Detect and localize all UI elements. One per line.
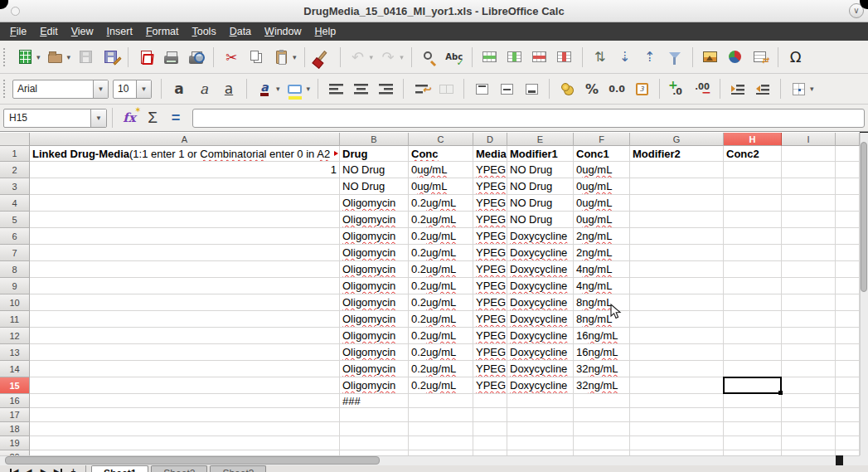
cell-F6[interactable]: 2ng/mL xyxy=(574,228,630,245)
cell-A4[interactable] xyxy=(30,195,340,212)
new-document-dropdown-arrow[interactable]: ▾ xyxy=(36,53,41,61)
sort-button[interactable] xyxy=(588,45,613,70)
chevron-down-icon[interactable]: ▼ xyxy=(93,80,108,98)
cell-C5[interactable]: 0.2ug/mL xyxy=(409,212,473,228)
cell-I16[interactable] xyxy=(782,394,836,408)
cell-C8[interactable]: 0.2ug/mL xyxy=(409,261,473,278)
cell-H1[interactable]: Conc2 xyxy=(724,146,782,162)
cell-F19[interactable] xyxy=(574,436,630,450)
cell-F18[interactable] xyxy=(574,422,630,436)
cell-E4[interactable]: NO Drug xyxy=(507,195,574,212)
align-center-button[interactable] xyxy=(348,76,373,101)
column-header-g[interactable]: G xyxy=(630,133,724,146)
cell-E17[interactable] xyxy=(507,408,574,422)
cell-C17[interactable] xyxy=(409,408,473,422)
column-header-e[interactable]: E xyxy=(507,133,574,146)
cell-J7[interactable] xyxy=(836,245,860,261)
cut-button[interactable] xyxy=(219,45,244,70)
cell-F15[interactable]: 32ng/mL xyxy=(574,377,630,394)
column-header-j[interactable] xyxy=(836,133,860,146)
cell-H17[interactable] xyxy=(724,408,782,422)
cell-H7[interactable] xyxy=(724,245,782,261)
cell-C7[interactable]: 0.2ug/mL xyxy=(409,245,473,261)
cell-I4[interactable] xyxy=(782,195,836,212)
column-header-a[interactable]: A xyxy=(30,133,340,146)
cell-G16[interactable] xyxy=(630,394,724,408)
cell-J15[interactable] xyxy=(836,377,860,394)
cell-H3[interactable] xyxy=(724,178,782,195)
decrease-indent-button[interactable] xyxy=(750,76,775,101)
wrap-text-button[interactable] xyxy=(409,76,434,101)
number-format-button[interactable] xyxy=(604,76,629,101)
cell-F13[interactable]: 16ng/mL xyxy=(574,344,630,361)
cell-B4[interactable]: Oligomycin xyxy=(340,195,409,212)
cell-E3[interactable]: NO Drug xyxy=(507,178,574,195)
menu-edit[interactable]: Edit xyxy=(33,22,65,41)
cell-G3[interactable] xyxy=(630,178,724,195)
cell-G12[interactable] xyxy=(630,328,724,344)
merge-cells-button[interactable] xyxy=(434,76,458,101)
sheet-tab-sheet2[interactable]: Sheet2 xyxy=(151,465,207,472)
column-header-i[interactable]: I xyxy=(782,133,836,146)
cell-F4[interactable]: 0ug/mL xyxy=(574,195,630,212)
row-header-14[interactable]: 14 xyxy=(0,361,30,377)
cell-I3[interactable] xyxy=(782,178,836,195)
horizontal-split-handle[interactable] xyxy=(836,455,843,465)
redo-dropdown-arrow[interactable]: ▾ xyxy=(400,53,404,61)
underline-button[interactable] xyxy=(216,76,241,101)
cell-B14[interactable]: Oligomycin xyxy=(340,361,409,377)
date-button[interactable] xyxy=(629,76,654,101)
cell-cursor[interactable] xyxy=(723,377,782,394)
row-header-4[interactable]: 4 xyxy=(0,195,30,212)
row-header-11[interactable]: 11 xyxy=(0,311,30,328)
cell-A7[interactable] xyxy=(30,245,340,261)
spelling-button[interactable] xyxy=(442,45,467,70)
cell-C11[interactable]: 0.2ug/mL xyxy=(409,311,473,328)
cell-D15[interactable]: YPEG xyxy=(473,377,507,394)
cell-C15[interactable]: 0.2ug/mL xyxy=(409,377,473,394)
cell-J17[interactable] xyxy=(836,408,860,422)
cell-E15[interactable]: Doxycycline xyxy=(507,377,574,394)
menu-insert[interactable]: Insert xyxy=(100,22,139,41)
cell-G13[interactable] xyxy=(630,344,724,361)
cell-H11[interactable] xyxy=(724,311,782,328)
function-wizard-button[interactable]: fx xyxy=(118,107,141,129)
cell-D8[interactable]: YPEG xyxy=(473,261,507,278)
insert-row-button[interactable] xyxy=(478,45,502,70)
cell-F7[interactable]: 2ng/mL xyxy=(574,245,630,261)
cell-G10[interactable] xyxy=(630,294,724,311)
paste-button[interactable]: ▾ xyxy=(269,45,299,70)
cell-J11[interactable] xyxy=(836,311,860,328)
cell-I11[interactable] xyxy=(782,311,836,328)
cell-A2[interactable]: 1 xyxy=(30,162,340,178)
cell-D3[interactable]: YPEG xyxy=(473,178,507,195)
cell-F9[interactable]: 4ng/mL xyxy=(574,278,630,294)
align-right-button[interactable] xyxy=(373,76,398,101)
cell-B18[interactable] xyxy=(340,422,409,436)
cell-E16[interactable] xyxy=(507,394,574,408)
cell-A12[interactable] xyxy=(30,328,340,344)
cell-I12[interactable] xyxy=(782,328,836,344)
row-header-17[interactable]: 17 xyxy=(0,408,30,422)
cell-J2[interactable] xyxy=(836,162,860,178)
cell-I18[interactable] xyxy=(782,422,836,436)
highlighting-dropdown-arrow[interactable]: ▾ xyxy=(307,85,311,93)
cell-A8[interactable] xyxy=(30,261,340,278)
cell-F10[interactable]: 8ng/mL xyxy=(574,294,630,311)
cell-E9[interactable]: Doxycycline xyxy=(507,278,574,294)
cell-H10[interactable] xyxy=(724,294,782,311)
row-header-18[interactable]: 18 xyxy=(0,422,30,436)
cell-J6[interactable] xyxy=(836,228,860,245)
cell-H16[interactable] xyxy=(724,394,782,408)
delete-decimal-button[interactable] xyxy=(690,76,715,101)
cell-I19[interactable] xyxy=(782,436,836,450)
cell-C6[interactable]: 0.2ug/mL xyxy=(409,228,473,245)
cell-G8[interactable] xyxy=(630,261,724,278)
cell-C3[interactable]: 0ug/mL xyxy=(409,178,473,195)
font-color-dropdown-arrow[interactable]: ▾ xyxy=(276,85,280,93)
menu-format[interactable]: Format xyxy=(139,22,186,41)
corner-box[interactable] xyxy=(0,133,30,146)
cell-A18[interactable] xyxy=(30,422,340,436)
cell-J4[interactable] xyxy=(836,195,860,212)
cell-B9[interactable]: Oligomycin xyxy=(340,278,409,294)
